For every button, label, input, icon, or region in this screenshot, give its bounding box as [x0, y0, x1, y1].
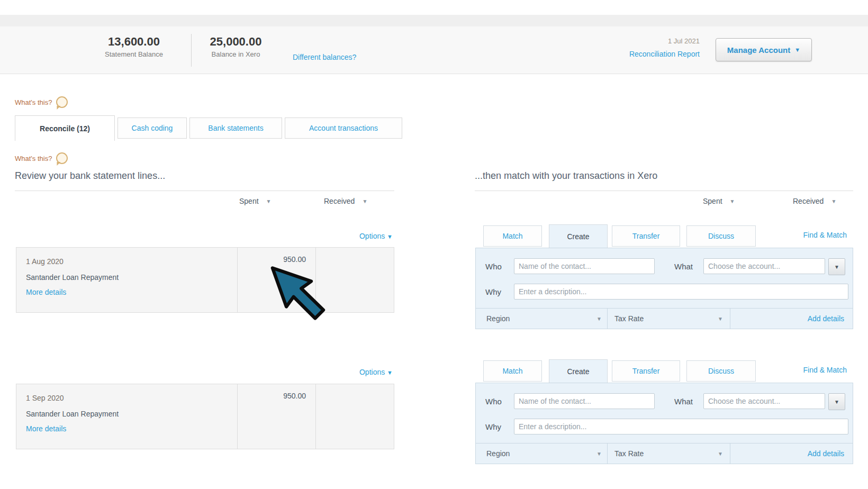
tax-rate-dropdown[interactable]: Tax Rate ▼	[614, 309, 723, 329]
match-tab-match-2[interactable]: Match	[483, 360, 542, 382]
options-label: Options	[359, 368, 385, 376]
right-received-header: Received ▼	[793, 197, 836, 205]
tab-bank-statements[interactable]: Bank statements	[189, 117, 282, 139]
statement-balance-label: Statement Balance	[89, 50, 179, 58]
region-dropdown[interactable]: Region ▼	[486, 443, 602, 464]
sort-caret-icon[interactable]: ▼	[266, 198, 272, 204]
row-divider	[730, 309, 730, 329]
manage-account-button[interactable]: Manage Account ▼	[716, 38, 812, 61]
add-details-link[interactable]: Add details	[808, 309, 844, 329]
whats-this-link-top[interactable]: What's this?	[15, 96, 68, 108]
options-button-2[interactable]: Options ▼	[318, 368, 393, 376]
reconciliation-report-link[interactable]: Reconciliation Report	[629, 50, 700, 58]
statement-description: Santander Loan Repayment	[26, 410, 119, 418]
region-label: Region	[486, 449, 510, 458]
why-input[interactable]	[514, 419, 848, 434]
statement-card-2[interactable]: 1 Sep 2020 Santander Loan Repayment More…	[16, 384, 394, 449]
left-spent-header: Spent ▼	[239, 197, 272, 205]
who-input[interactable]	[514, 393, 655, 409]
xero-balance-value: 25,000.00	[200, 35, 272, 49]
statement-card-1[interactable]: 1 Aug 2020 Santander Loan Repayment More…	[16, 247, 394, 313]
manage-account-label: Manage Account	[727, 46, 790, 55]
options-button-1[interactable]: Options ▼	[318, 232, 393, 240]
caret-down-icon: ▼	[718, 316, 723, 322]
different-balances-link[interactable]: Different balances?	[293, 53, 356, 61]
whats-this-label: What's this?	[15, 155, 52, 162]
spent-amount: 950.00	[237, 255, 315, 264]
spent-amount: 950.00	[237, 392, 315, 400]
details-row: Region ▼ Tax Rate ▼ Add details	[476, 308, 853, 329]
create-panel-2: Who What ▼ Why Region ▼ Tax Rate ▼ Add d…	[475, 383, 853, 464]
statement-description: Santander Loan Repayment	[26, 273, 119, 282]
details-row: Region ▼ Tax Rate ▼ Add details	[476, 443, 853, 464]
statement-date: 1 Aug 2020	[26, 257, 64, 266]
sort-caret-icon[interactable]: ▼	[362, 198, 367, 204]
row-divider	[607, 443, 608, 464]
column-divider	[315, 248, 316, 312]
right-heading: ...then match with your transactions in …	[475, 170, 657, 182]
right-rule	[475, 191, 853, 191]
account-dropdown-button[interactable]: ▼	[828, 393, 845, 410]
spent-label: Spent	[239, 197, 259, 205]
statement-balance-block: 13,600.00 Statement Balance	[89, 35, 179, 58]
left-received-header: Received ▼	[324, 197, 367, 205]
match-tab-match-1[interactable]: Match	[483, 225, 542, 247]
tax-rate-label: Tax Rate	[614, 449, 644, 458]
what-label: What	[674, 397, 693, 406]
tax-rate-label: Tax Rate	[614, 314, 644, 323]
xero-balance-label: Balance in Xero	[200, 50, 272, 58]
why-input[interactable]	[514, 284, 848, 300]
left-rule	[15, 191, 394, 191]
options-label: Options	[359, 232, 385, 240]
account-dropdown-button[interactable]: ▼	[828, 258, 845, 275]
find-and-match-link-2[interactable]: Find & Match	[773, 366, 847, 374]
sort-caret-icon[interactable]: ▼	[730, 198, 735, 204]
match-tab-transfer-2[interactable]: Transfer	[612, 360, 680, 382]
what-label: What	[674, 262, 693, 271]
caret-down-icon: ▼	[596, 316, 602, 322]
find-and-match-link-1[interactable]: Find & Match	[773, 231, 847, 239]
caret-down-icon: ▼	[387, 233, 393, 240]
reconciliation-date: 1 Jul 2021	[668, 37, 700, 45]
match-tab-discuss-2[interactable]: Discuss	[686, 360, 756, 382]
caret-down-icon: ▼	[834, 399, 839, 405]
tab-reconcile[interactable]: Reconcile (12)	[15, 115, 115, 141]
received-label: Received	[324, 197, 355, 205]
match-tab-discuss-1[interactable]: Discuss	[686, 225, 756, 247]
who-input[interactable]	[514, 258, 655, 274]
row-divider	[607, 309, 608, 329]
speech-bubble-icon	[56, 96, 68, 108]
top-gray-band	[0, 15, 868, 26]
row-divider	[730, 443, 730, 464]
caret-down-icon: ▼	[794, 47, 800, 53]
who-label: Who	[485, 262, 502, 271]
match-tab-transfer-1[interactable]: Transfer	[612, 225, 680, 247]
sort-caret-icon[interactable]: ▼	[831, 198, 836, 204]
match-tab-create-1[interactable]: Create	[549, 224, 608, 248]
tax-rate-dropdown[interactable]: Tax Rate ▼	[614, 443, 723, 464]
left-heading: Review your bank statement lines...	[15, 170, 165, 182]
tab-cash-coding[interactable]: Cash coding	[117, 117, 187, 139]
caret-down-icon: ▼	[718, 451, 723, 457]
whats-this-link-section[interactable]: What's this?	[15, 152, 68, 164]
add-details-link[interactable]: Add details	[808, 443, 844, 464]
xero-balance-block: 25,000.00 Balance in Xero	[200, 35, 272, 58]
more-details-link[interactable]: More details	[26, 288, 66, 296]
right-spent-header: Spent ▼	[703, 197, 735, 205]
statement-date: 1 Sep 2020	[26, 394, 64, 402]
caret-down-icon: ▼	[387, 369, 393, 376]
create-panel-1: Who What ▼ Why Region ▼ Tax Rate ▼ Add d…	[475, 248, 853, 329]
caret-down-icon: ▼	[596, 451, 602, 457]
why-label: Why	[485, 287, 501, 296]
tab-account-transactions[interactable]: Account transactions	[285, 117, 402, 139]
more-details-link[interactable]: More details	[26, 424, 66, 433]
statement-balance-value: 13,600.00	[89, 35, 179, 49]
received-label: Received	[793, 197, 824, 205]
column-divider	[315, 384, 316, 449]
what-select[interactable]	[703, 258, 825, 274]
region-label: Region	[486, 314, 510, 323]
match-tab-create-2[interactable]: Create	[549, 359, 608, 383]
bank-reconciliation-screen: 13,600.00 Statement Balance 25,000.00 Ba…	[0, 0, 868, 489]
region-dropdown[interactable]: Region ▼	[486, 309, 602, 329]
what-select[interactable]	[703, 393, 825, 409]
